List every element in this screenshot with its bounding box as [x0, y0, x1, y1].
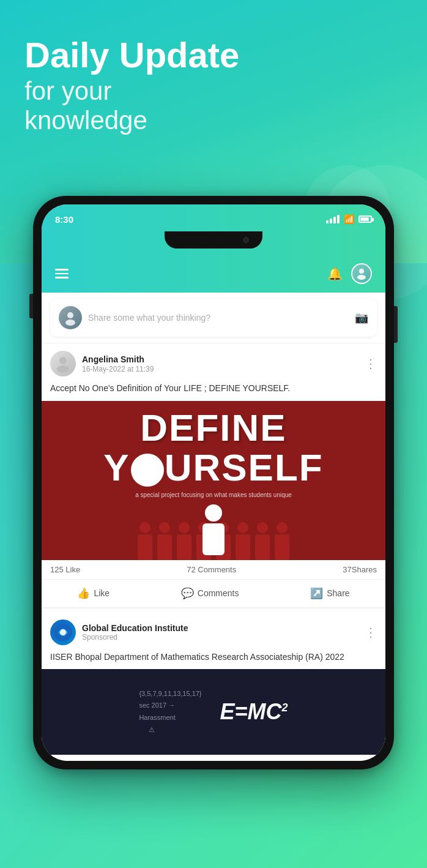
- bell-icon[interactable]: 🔔: [327, 266, 343, 281]
- org-meta: Global Education Institute Sponsored: [82, 623, 365, 642]
- post-actions: 👍 Like 💬 Comments ↗️ Share: [42, 580, 385, 608]
- post-author-avatar: [50, 351, 76, 376]
- post-meta: Angelina Smith 16-May-2022 at 11:39: [82, 354, 365, 373]
- header-icons: 🔔: [327, 263, 372, 284]
- sponsored-header: Global Education Institute Sponsored ⋮: [42, 612, 385, 649]
- comment-icon: 💬: [181, 587, 194, 600]
- sponsored-text: IISER Bhopal Department of Mathematics R…: [42, 649, 385, 670]
- post-card: Angelina Smith 16-May-2022 at 11:39 ⋮ Ac…: [42, 343, 385, 608]
- svg-point-0: [359, 269, 364, 274]
- svg-point-4: [59, 357, 67, 364]
- share-button[interactable]: ↗️ Share: [300, 583, 359, 604]
- tagline: a special project focusing on what makes…: [135, 492, 292, 498]
- front-camera: [243, 237, 249, 243]
- hero-subtitle: for your knowledge: [24, 77, 239, 136]
- share-icon: ↗️: [310, 587, 323, 600]
- sponsored-image: {3,5,7,9,11,13,15,17} sec 2017 → Harassm…: [42, 669, 385, 755]
- org-avatar: [50, 619, 76, 645]
- comment-button[interactable]: 💬 Comments: [171, 583, 249, 604]
- comment-count: 72 Comments: [187, 565, 236, 574]
- post-text: Accept No One's Definition of Your LIFE …: [42, 381, 385, 401]
- define-text: DEFINE: [140, 406, 286, 449]
- status-icons: 📶: [326, 214, 372, 224]
- svg-point-7: [60, 629, 66, 635]
- post-image: DEFINE YURSELF a special project focusin…: [42, 401, 385, 560]
- sponsored-card: Global Education Institute Sponsored ⋮ I…: [42, 612, 385, 761]
- phone-mockup: 8:30 📶: [33, 196, 394, 769]
- hero-section: Daily Update for your knowledge: [24, 37, 239, 135]
- math-numbers: {3,5,7,9,11,13,15,17} sec 2017 → Harassm…: [139, 688, 201, 736]
- like-count: 125 Like: [50, 565, 80, 574]
- phone-screen: 8:30 📶: [42, 204, 385, 761]
- share-box: Share some what your thinking? 📷: [50, 299, 377, 337]
- phone-outer: 8:30 📶: [33, 196, 394, 769]
- share-count: 37Shares: [343, 565, 377, 574]
- org-name: Global Education Institute: [82, 623, 365, 633]
- like-icon: 👍: [77, 587, 90, 600]
- post-stats: 125 Like 72 Comments 37Shares: [42, 560, 385, 580]
- share-input[interactable]: Share some what your thinking?: [88, 313, 349, 323]
- yourself-text: YURSELF: [103, 446, 323, 489]
- post-author-name: Angelina Smith: [82, 354, 365, 364]
- status-bar: 8:30 📶: [42, 204, 385, 231]
- battery-icon: [358, 215, 372, 223]
- svg-point-5: [57, 365, 69, 373]
- camera-icon[interactable]: 📷: [355, 311, 368, 324]
- status-time: 8:30: [55, 214, 73, 225]
- wifi-icon: 📶: [344, 214, 354, 224]
- menu-button[interactable]: [55, 269, 69, 279]
- svg-point-1: [357, 275, 366, 280]
- signal-icon: [326, 215, 340, 223]
- post-header: Angelina Smith 16-May-2022 at 11:39 ⋮: [42, 343, 385, 381]
- share-avatar: [59, 306, 82, 329]
- like-button[interactable]: 👍 Like: [67, 583, 119, 604]
- sponsored-more-button[interactable]: ⋮: [365, 625, 377, 640]
- post-more-button[interactable]: ⋮: [365, 356, 377, 371]
- header-avatar[interactable]: [351, 263, 372, 284]
- svg-point-3: [65, 320, 75, 326]
- emc2-formula: E=MC2: [220, 699, 288, 725]
- svg-point-2: [67, 312, 73, 318]
- person-figure: [202, 504, 225, 555]
- sponsored-label: Sponsored: [82, 633, 365, 642]
- hero-title: Daily Update: [24, 37, 239, 74]
- notch: [165, 231, 262, 249]
- post-date: 16-May-2022 at 11:39: [82, 365, 365, 373]
